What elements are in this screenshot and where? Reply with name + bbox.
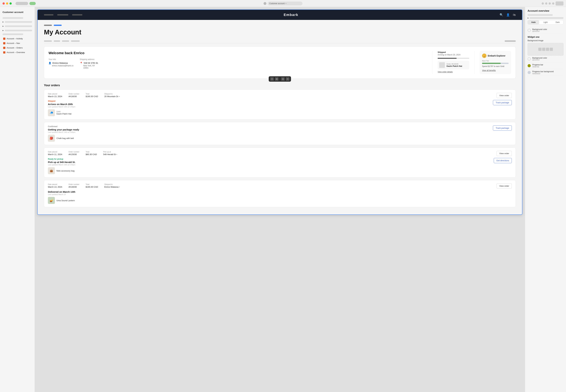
order-1-body-left: Shipped Arrives on March 20th Last updat…	[48, 100, 493, 116]
traffic-light-red[interactable]	[2, 2, 5, 5]
content-area: Embark 🔍 👤 🛍 My Account	[35, 7, 525, 392]
widget-bg-color-swatch	[528, 57, 531, 60]
get-directions-button[interactable]: Get directions	[494, 158, 512, 163]
tab-2[interactable]	[54, 39, 60, 43]
order-1-status: Shipped	[48, 100, 493, 102]
order-preview-info: Order #K16030 Gazin Patch Hat	[447, 63, 462, 67]
theme-dark-button[interactable]: Dark	[552, 20, 563, 24]
tab-3[interactable]	[62, 39, 69, 43]
store-nav-item-2[interactable]	[57, 14, 68, 15]
progress-bar-info: Progress bar #949700	[532, 64, 543, 68]
order-1-actions: View order	[497, 93, 512, 98]
search-icon[interactable]: 🔍	[500, 13, 503, 17]
order-4-item: 🪔 Uma Sound Lantern	[48, 197, 512, 204]
progress-bg-swatch	[528, 71, 531, 74]
track-package-2-button[interactable]: Track package	[493, 126, 512, 131]
order-3-item-name: Nido accessory bag	[57, 170, 74, 172]
sidebar-dot-nav	[3, 42, 5, 44]
store-nav-item-1[interactable]	[44, 14, 53, 15]
tab-4[interactable]	[71, 39, 80, 43]
order-1-item-img: 🧢	[48, 109, 55, 116]
sidebar-group-label-3	[5, 30, 32, 31]
toolbar-btn[interactable]	[556, 1, 564, 6]
address-line2: New York, NY	[80, 65, 99, 67]
welcome-greeting: Welcome back Enrico	[48, 51, 427, 55]
sidebar-item-orders[interactable]: Account – Orders	[0, 45, 35, 50]
order-4-header: Date placed March 13, 2024 Order number …	[48, 183, 512, 189]
order-3-item: 👜 Nido accessory bag	[48, 167, 494, 174]
url-bar[interactable]: Customer account ▾	[268, 1, 302, 5]
track-package-1-button[interactable]: Track package	[493, 100, 512, 105]
order-4-body-left: Delivered on March 13th Last updated Mar…	[48, 190, 512, 204]
toolbar-icon-3[interactable]: ⊕	[281, 77, 285, 81]
sidebar-group-header-3[interactable]: ▶	[0, 28, 35, 32]
order-3-total-value: $80.30 CAD	[86, 153, 97, 155]
progress-bg-option: Progress bar background #D0D5DD	[528, 69, 564, 76]
toolbar-icon-2[interactable]: ⊞	[275, 77, 279, 81]
account-icon[interactable]: 👤	[506, 13, 510, 17]
toolbar-icon-4[interactable]: ✕	[286, 77, 289, 81]
shipment-progress-inner	[438, 58, 457, 59]
sidebar-dot-orders	[3, 47, 5, 49]
order-card-3: Date placed March 11, 2024 Order number …	[44, 148, 516, 178]
sidebar-chevron-3: ▶	[2, 29, 4, 31]
order-2-arrives: Getting your package ready	[48, 128, 493, 131]
sidebar-dot-activity	[3, 38, 5, 40]
user-name-row: 👤 Enrico Matassa	[48, 62, 74, 64]
view-order-3-button[interactable]: View order	[497, 151, 512, 156]
sidebar-group-header-1[interactable]: ▶	[0, 20, 35, 24]
view-order-1-button[interactable]: View order	[497, 93, 512, 98]
sidebar-group-header-2[interactable]: ▶	[0, 24, 35, 28]
view-order-4-button[interactable]: View order	[497, 183, 512, 189]
progress-bar-label: Progress bar	[532, 64, 543, 66]
right-panel: Account overview ▶ Auto Light Dark Backg…	[525, 7, 566, 392]
sidebar-group-1: ▶	[0, 20, 35, 24]
tab-1[interactable]	[44, 39, 52, 43]
order-1-shipped-label: Shipped to	[104, 93, 120, 95]
order-4-shipped-label: Shipped to	[104, 183, 120, 185]
sidebar-skeleton-2	[2, 33, 23, 35]
order-1-date-label: Date placed	[48, 93, 62, 95]
widget-bg-color-value: #FFFFFF	[532, 59, 547, 61]
cart-icon[interactable]: 🛍	[513, 13, 516, 17]
store-icons: 🔍 👤 🛍	[500, 13, 516, 17]
progress-bg-value: #D0D5DD	[532, 73, 554, 75]
order-4-body: Delivered on March 13th Last updated Mar…	[48, 190, 512, 204]
theme-light-button[interactable]: Light	[540, 20, 551, 24]
order-2-status: Confirmed	[48, 126, 493, 128]
rp-expand[interactable]: ▶	[528, 17, 564, 19]
store-nav-item-3[interactable]	[72, 14, 82, 15]
order-3-date: Date placed March 11, 2024	[48, 151, 62, 155]
your-info-label: Your info	[48, 58, 74, 60]
order-card-2: Confirmed Getting your package ready Las…	[44, 122, 516, 145]
sidebar-item-overview[interactable]: Account – Overview	[0, 50, 35, 55]
sidebar-skeleton-1	[2, 17, 23, 19]
page-title: My Account	[44, 28, 516, 36]
next-tier-label: Next Tier	[482, 60, 509, 62]
progress-bar-value: #949700	[532, 66, 543, 68]
order-1-shipped-value: 20 Mountain Dr ▾	[104, 95, 120, 98]
order-3-body-left: Ready for pickup Pick up at 549 Herald S…	[48, 158, 494, 174]
store-nav	[44, 14, 82, 15]
order-4-shipped-value: Enrico Matassa ▾	[104, 186, 120, 188]
theme-auto-button[interactable]: Auto	[528, 20, 539, 24]
order-4-total: Total $190.30 CAD	[86, 183, 98, 188]
bg-image-box[interactable]	[528, 43, 564, 56]
toolbar-icon-1[interactable]: ✦	[270, 77, 274, 81]
rp-title: Account overview	[528, 10, 564, 12]
sidebar-group-3: ▶	[0, 28, 35, 32]
view-order-link[interactable]: View order details	[438, 71, 469, 73]
tabs-row	[44, 39, 516, 43]
view-benefits-link[interactable]: View all benefits	[482, 69, 509, 71]
progress-bg-info: Progress bar background #D0D5DD	[532, 70, 554, 75]
nav-back[interactable]	[264, 2, 266, 5]
sidebar-item-nav[interactable]: Account – Nav	[0, 41, 35, 45]
sidebar-chevron-1: ▶	[2, 21, 4, 23]
top-bar-right	[377, 1, 564, 6]
address-row: 📍 530 W 27th St.	[80, 62, 99, 64]
traffic-light-green[interactable]	[10, 2, 12, 5]
order-3-pickup: Pick up at 549 Herald St ▾	[103, 151, 117, 155]
traffic-light-yellow[interactable]	[6, 2, 8, 5]
sidebar-item-label-nav: Account – Nav	[7, 42, 20, 44]
sidebar-item-activity[interactable]: Account – Activity	[0, 36, 35, 41]
